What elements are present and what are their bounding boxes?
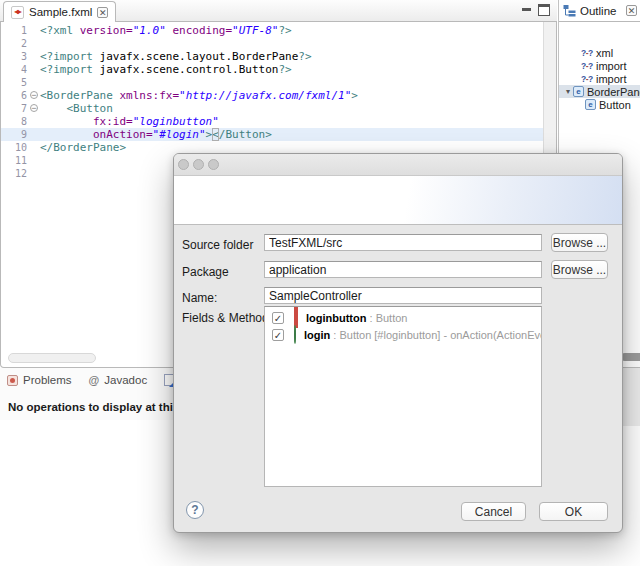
outline-item-label: BorderPane bbox=[586, 86, 640, 98]
member-name: loginbutton bbox=[306, 312, 366, 324]
line-number: 3 bbox=[1, 50, 30, 63]
fields-methods-label: Fields & Methods bbox=[182, 311, 275, 325]
package-label: Package bbox=[182, 265, 229, 279]
processing-instruction-icon: ?-? bbox=[581, 48, 595, 58]
code-line[interactable]: 3<?import javafx.scene.layout.BorderPane… bbox=[1, 50, 544, 63]
line-number: 2 bbox=[1, 37, 30, 50]
package-browse-button[interactable]: Browse ... bbox=[551, 260, 608, 279]
element-icon: e bbox=[585, 99, 596, 110]
dialog-titlebar[interactable] bbox=[174, 154, 622, 176]
code-text: fx:id="loginbutton" bbox=[40, 115, 219, 128]
processing-instruction-icon: ?-? bbox=[581, 74, 595, 84]
code-text: <?xml version="1.0" encoding="UTF-8"?> bbox=[40, 24, 292, 37]
editor-tab-sample-fxml[interactable]: ◂▸ Sample.fxml ✕ bbox=[3, 1, 116, 22]
bottom-tab-javadoc[interactable]: @Javadoc bbox=[89, 374, 148, 386]
fields-methods-row[interactable]: ✓loginbutton : Button bbox=[265, 311, 541, 324]
element-icon: e bbox=[573, 86, 584, 97]
line-number: 4 bbox=[1, 63, 30, 76]
name-label: Name: bbox=[182, 291, 217, 305]
editor-tab-title: Sample.fxml bbox=[29, 6, 92, 18]
outline-horizontal-scrollbar[interactable] bbox=[621, 353, 640, 361]
outline-title: Outline bbox=[580, 5, 616, 17]
code-text: <?import javafx.scene.control.Button?> bbox=[40, 63, 292, 76]
code-line[interactable]: 2 bbox=[1, 37, 544, 50]
code-text: <Button bbox=[40, 102, 113, 115]
code-line[interactable]: 5 bbox=[1, 76, 544, 89]
fields-methods-list[interactable]: ✓loginbutton : Button✓login : Button [#l… bbox=[264, 306, 542, 487]
code-text: onAction="#login"></Button> bbox=[40, 128, 272, 141]
code-line[interactable]: 4<?import javafx.scene.control.Button?> bbox=[1, 63, 544, 76]
fields-methods-row[interactable]: ✓login : Button [#loginbutton] - onActio… bbox=[265, 328, 541, 341]
outline-item-label: Button bbox=[598, 99, 631, 111]
line-number: 1 bbox=[1, 24, 30, 37]
minimize-view-icon[interactable] bbox=[522, 8, 531, 11]
processing-instruction-icon: ?-? bbox=[581, 61, 595, 71]
ok-button[interactable]: OK bbox=[539, 502, 608, 521]
code-text: </BorderPane> bbox=[40, 141, 126, 154]
dialog-banner bbox=[174, 176, 622, 225]
checkbox[interactable]: ✓ bbox=[272, 312, 284, 324]
fold-collapse-icon[interactable]: − bbox=[30, 91, 38, 99]
outline-item-button[interactable]: eButton bbox=[559, 98, 640, 111]
outline-tree: ?-?xml?-?import?-?import▾eBorderPaneeBut… bbox=[559, 46, 640, 111]
bottom-tab-problems[interactable]: Problems bbox=[7, 374, 72, 386]
new-controller-dialog: Source folder Browse ... Package Browse … bbox=[173, 153, 623, 533]
window-minimize-icon[interactable] bbox=[193, 159, 204, 170]
eclipse-workbench: ◂▸ Sample.fxml ✕ 1<?xml version="1.0" en… bbox=[0, 0, 640, 566]
help-button[interactable]: ? bbox=[186, 501, 204, 519]
code-line[interactable]: 8 fx:id="loginbutton" bbox=[1, 115, 544, 128]
fxml-file-icon: ◂▸ bbox=[11, 6, 24, 19]
source-folder-label: Source folder bbox=[182, 238, 253, 252]
cancel-button[interactable]: Cancel bbox=[461, 502, 526, 521]
line-number: 8 bbox=[1, 115, 30, 128]
window-close-icon[interactable] bbox=[178, 159, 189, 170]
editor-horizontal-scrollbar[interactable] bbox=[8, 353, 96, 363]
code-text: <?import javafx.scene.layout.BorderPane?… bbox=[40, 50, 312, 63]
member-detail: : Button [#loginbutton] - onAction(Actio… bbox=[330, 329, 542, 341]
outline-item-import[interactable]: ?-?import bbox=[559, 59, 640, 72]
code-line[interactable]: 6−<BorderPane xmlns:fx="http://javafx.co… bbox=[1, 89, 544, 102]
line-number: 11 bbox=[1, 154, 30, 167]
bottom-tab-label: Problems bbox=[23, 374, 72, 386]
name-field[interactable] bbox=[264, 287, 542, 304]
outline-item-import[interactable]: ?-?import bbox=[559, 72, 640, 85]
maximize-view-icon[interactable] bbox=[538, 4, 550, 16]
outline-item-borderpane[interactable]: ▾eBorderPane bbox=[559, 85, 640, 98]
window-zoom-icon[interactable] bbox=[208, 159, 219, 170]
outline-tab[interactable]: Outline ✕ bbox=[559, 0, 640, 22]
member-name: login bbox=[304, 329, 330, 341]
method-icon bbox=[294, 325, 296, 344]
editor-tabbar: ◂▸ Sample.fxml ✕ bbox=[0, 0, 557, 22]
expand-arrow-icon[interactable]: ▾ bbox=[563, 87, 573, 96]
package-field[interactable] bbox=[264, 261, 542, 278]
bottom-tab-label: Javadoc bbox=[104, 374, 147, 386]
code-text: <BorderPane xmlns:fx="http://javafx.com/… bbox=[40, 89, 358, 102]
javadoc-icon: @ bbox=[89, 374, 100, 386]
line-number: 12 bbox=[1, 167, 30, 180]
problems-icon bbox=[7, 375, 18, 386]
outline-item-xml[interactable]: ?-?xml bbox=[559, 46, 640, 59]
line-number: 5 bbox=[1, 76, 30, 89]
line-number: 6 bbox=[1, 89, 30, 102]
outline-close-icon[interactable]: ✕ bbox=[626, 5, 637, 16]
source-folder-field[interactable] bbox=[264, 234, 542, 251]
code-line[interactable]: 1<?xml version="1.0" encoding="UTF-8"?> bbox=[1, 24, 544, 37]
line-number: 10 bbox=[1, 141, 30, 154]
outline-item-label: import bbox=[595, 73, 627, 85]
member-detail: : Button bbox=[366, 312, 407, 324]
source-folder-browse-button[interactable]: Browse ... bbox=[551, 233, 608, 252]
line-number: 7 bbox=[1, 102, 30, 115]
outline-item-label: xml bbox=[595, 47, 613, 59]
line-number: 9 bbox=[1, 128, 30, 141]
checkbox[interactable]: ✓ bbox=[272, 329, 284, 341]
code-line[interactable]: 9 onAction="#login"></Button> bbox=[1, 128, 544, 141]
tab-close-icon[interactable]: ✕ bbox=[97, 7, 108, 18]
outline-item-label: import bbox=[595, 60, 627, 72]
outline-view-icon bbox=[563, 4, 576, 17]
fold-collapse-icon[interactable]: − bbox=[30, 104, 38, 112]
code-line[interactable]: 7− <Button bbox=[1, 102, 544, 115]
